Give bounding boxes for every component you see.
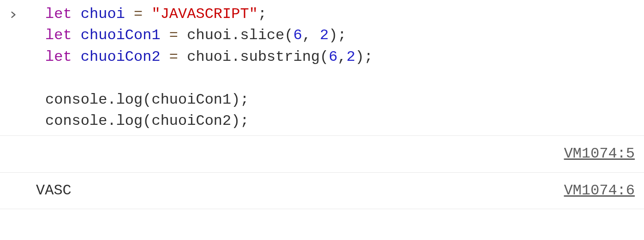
keyword-let: let	[45, 48, 72, 65]
console-output-row: VM1074:5	[0, 136, 644, 172]
arg-name: chuoiCon2	[151, 112, 231, 129]
comma: ,	[302, 27, 320, 44]
keyword-let: let	[45, 6, 72, 23]
dot: .	[107, 91, 116, 108]
method-name: slice	[240, 27, 284, 44]
number-literal: 6	[293, 27, 302, 44]
close-paren: );	[231, 91, 249, 108]
source-link[interactable]: VM1074:6	[564, 180, 635, 201]
object-ref: chuoi	[187, 48, 231, 65]
keyword-let: let	[45, 27, 72, 44]
object-ref: chuoi	[187, 27, 231, 44]
string-literal: "JAVASCRIPT"	[151, 6, 257, 23]
semicolon: ;	[258, 6, 267, 23]
number-literal: 2	[320, 27, 328, 44]
output-text: VASC	[36, 180, 72, 201]
method-name: log	[116, 91, 143, 108]
operator: =	[169, 27, 178, 44]
var-name: chuoiCon2	[81, 48, 161, 65]
close-paren: );	[231, 112, 249, 129]
dot: .	[107, 112, 116, 129]
console-input-block[interactable]: let chuoi = "JAVASCRIPT"; let chuoiCon1 …	[0, 0, 644, 136]
close-paren: );	[329, 27, 346, 44]
console-output-row: VASC VM1074:6	[0, 173, 644, 209]
open-paren: (	[320, 48, 328, 65]
code-content: let chuoi = "JAVASCRIPT"; let chuoiCon1 …	[28, 4, 644, 132]
var-name: chuoiCon1	[81, 27, 161, 44]
arg-name: chuoiCon1	[151, 91, 231, 108]
object-ref: console	[45, 91, 107, 108]
open-paren: (	[143, 91, 151, 108]
blank-line	[45, 68, 644, 89]
comma: ,	[338, 48, 346, 65]
open-paren: (	[284, 27, 293, 44]
object-ref: console	[45, 112, 107, 129]
open-paren: (	[143, 112, 151, 129]
operator: =	[169, 48, 178, 65]
dot: .	[231, 48, 240, 65]
chevron-right-icon	[9, 4, 28, 132]
close-paren: );	[355, 48, 373, 65]
dot: .	[231, 27, 240, 44]
number-literal: 2	[346, 48, 355, 65]
method-name: substring	[240, 48, 320, 65]
source-link[interactable]: VM1074:5	[564, 143, 635, 164]
var-name: chuoi	[81, 6, 125, 23]
method-name: log	[116, 112, 143, 129]
number-literal: 6	[329, 48, 338, 65]
console-area: let chuoi = "JAVASCRIPT"; let chuoiCon1 …	[0, 0, 644, 209]
operator: =	[134, 6, 143, 23]
